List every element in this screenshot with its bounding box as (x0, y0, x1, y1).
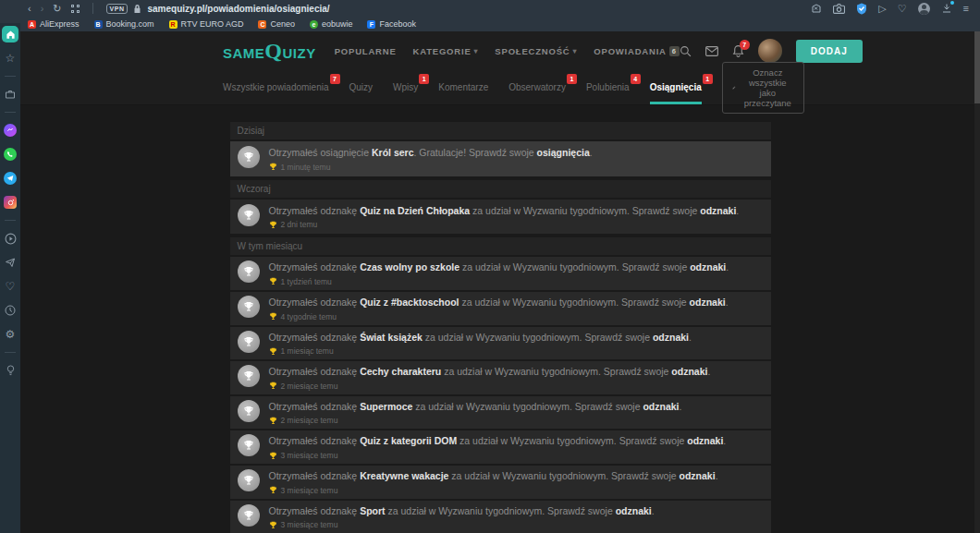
unread-count-badge: 1 (703, 74, 713, 84)
notification-link[interactable]: odznaki (653, 332, 689, 343)
user-avatar[interactable] (758, 39, 782, 63)
menu-icon[interactable]: ≡ (963, 4, 969, 14)
nav-count-badge: 6 (669, 46, 680, 56)
home-icon[interactable] (2, 26, 18, 42)
add-button[interactable]: DODAJ (796, 40, 863, 63)
nav-item[interactable]: POPULARNE (335, 46, 397, 56)
nav-item[interactable]: SPOŁECZNOŚĆ ▾ (495, 46, 577, 56)
nav-item[interactable]: KATEGORIE ▾ (413, 46, 479, 56)
notification-row[interactable]: Otrzymałeś odznakę Sport za udział w Wyz… (230, 501, 771, 533)
downloads-icon[interactable] (941, 3, 952, 14)
bookmark-favicon: e (310, 20, 318, 29)
url-text: samequizy.pl/powiadomienia/osiagniecia/ (147, 4, 329, 14)
heart-icon[interactable]: ♡ (2, 278, 18, 295)
notification-row[interactable]: Otrzymałeś odznakę Quiz z kategorii DOM … (230, 430, 771, 464)
bookmark-item[interactable]: R RTV EURO AGD (169, 19, 244, 29)
settings-gear-icon[interactable]: ⚙ (2, 326, 18, 343)
download-notification-dot (950, 1, 954, 5)
trophy-icon (269, 486, 277, 494)
page-scrollbar[interactable] (974, 31, 980, 533)
notification-row[interactable]: Otrzymałeś osiągnięcie Król serc. Gratul… (230, 141, 771, 176)
notification-time: 1 tydzień temu (281, 277, 332, 286)
notification-row[interactable]: Otrzymałeś odznakę Czas wolny po szkole … (230, 257, 771, 290)
trophy-icon (243, 210, 254, 221)
scrollbar-thumb[interactable] (974, 31, 980, 103)
notification-link[interactable]: odznaki (700, 205, 736, 216)
achievement-avatar (238, 400, 260, 422)
notification-time: 3 miesiące temu (281, 451, 338, 460)
notification-text: Otrzymałeś osiągnięcie Król serc. Gratul… (269, 147, 593, 160)
bookmark-item[interactable]: A AliExpress (28, 19, 80, 29)
divider (5, 112, 16, 113)
notification-link[interactable]: odznaki (687, 435, 723, 446)
telegram-icon[interactable] (2, 170, 18, 187)
divider (92, 3, 93, 14)
trophy-icon (269, 452, 277, 460)
whatsapp-icon[interactable] (2, 146, 18, 163)
bookmark-item[interactable]: B Booking.com (94, 19, 154, 29)
bookmark-item[interactable]: F Facebook (367, 19, 416, 29)
shield-check-icon[interactable] (856, 3, 867, 15)
star-icon[interactable]: ☆ (2, 50, 18, 67)
bookmark-item[interactable]: C Ceneo (258, 19, 295, 29)
history-icon[interactable] (2, 302, 18, 319)
notification-row[interactable]: Otrzymałeś odznakę Cechy charakteru za u… (230, 361, 771, 394)
instagram-icon[interactable] (2, 194, 18, 211)
notification-group: Dzisiaj Otrzymałeś osiągnięcie Król serc… (230, 122, 771, 176)
chevron-down-icon: ▾ (474, 47, 479, 55)
notification-link[interactable]: odznaki (616, 505, 652, 516)
player-icon[interactable] (2, 230, 18, 247)
notification-link[interactable]: odznaki (680, 470, 716, 481)
camera-icon[interactable] (833, 4, 845, 14)
briefcase-icon[interactable] (2, 86, 18, 103)
notification-tab[interactable]: Osiągnięcia 1 (650, 70, 702, 104)
browser-chrome: ‹ › ↻ VPN samequizy.pl/powiadomienia/osi… (0, 0, 980, 17)
notification-row[interactable]: Otrzymałeś odznakę Quiz na Dzień Chłopak… (230, 200, 771, 235)
notification-row[interactable]: Otrzymałeś odznakę Supermoce za udział w… (230, 396, 771, 430)
page-content: SAMEQUIZY POPULARNE KATEGORIE ▾ SPOŁECZN… (20, 31, 980, 533)
search-icon[interactable] (680, 45, 692, 57)
send-icon[interactable] (2, 254, 18, 271)
messages-icon[interactable] (705, 46, 718, 56)
achievement-avatar (238, 260, 260, 283)
samequizy-logo[interactable]: SAMEQUIZY (223, 40, 316, 62)
notification-row[interactable]: Otrzymałeś odznakę Świat książek za udzi… (230, 327, 771, 360)
notification-link[interactable]: odznaki (671, 366, 707, 377)
notification-row[interactable]: Otrzymałeś odznakę Kreatywne wakacje za … (230, 466, 771, 499)
forward-button[interactable]: › (41, 4, 44, 14)
notification-tab[interactable]: Komentarze (438, 70, 488, 104)
mark-all-read-button[interactable]: Oznacz wszystkie jako przeczytane (722, 62, 804, 114)
notification-row[interactable]: Otrzymałeś odznakę Quiz z #backtoschool … (230, 292, 771, 325)
notification-group: W tym miesiącu Otrzymałeś odznakę Czas w… (230, 237, 771, 533)
address-bar[interactable]: VPN samequizy.pl/powiadomienia/osiagniec… (106, 4, 812, 14)
tab-tiling-icon[interactable] (71, 5, 80, 13)
notification-link[interactable]: odznaki (690, 261, 726, 273)
lightbulb-icon[interactable] (2, 362, 18, 379)
notification-link[interactable]: odznaki (643, 401, 679, 412)
favorites-heart-icon[interactable]: ♡ (898, 4, 907, 14)
notification-link[interactable]: odznaki (690, 297, 726, 308)
notification-text: Otrzymałeś odznakę Quiz z kategorii DOM … (269, 435, 727, 448)
notification-tab[interactable]: Wszystkie powiadomienia 7 (223, 70, 329, 104)
bookmark-favicon: R (169, 20, 178, 29)
notification-tab[interactable]: Obserwatorzy 1 (508, 70, 566, 104)
vpn-badge[interactable]: VPN (106, 4, 129, 14)
unread-count-badge: 4 (631, 74, 641, 84)
bookmark-item[interactable]: e eobuwie (310, 19, 353, 29)
messenger-icon[interactable] (2, 122, 18, 139)
browser-sidebar: ☆ ♡ ⚙ (0, 23, 20, 533)
notification-link[interactable]: osiągnięcia (537, 147, 590, 158)
trophy-icon (243, 510, 254, 521)
notification-tab[interactable]: Wpisy 1 (393, 70, 418, 104)
browser-profile-avatar[interactable] (918, 3, 930, 15)
notification-tab[interactable]: Quizy (349, 70, 374, 104)
nav-item[interactable]: OPOWIADANIA 6 (594, 46, 679, 56)
notification-time: 1 miesiąc temu (281, 346, 334, 356)
notification-text: Otrzymałeś odznakę Kreatywne wakacje za … (269, 470, 718, 483)
snapshot-icon[interactable] (811, 3, 822, 14)
reload-button[interactable]: ↻ (53, 4, 61, 14)
notifications-bell-icon[interactable]: 7 (732, 44, 744, 57)
back-button[interactable]: ‹ (28, 4, 31, 14)
notification-tab[interactable]: Polubienia 4 (586, 70, 630, 104)
flow-send-icon[interactable]: ▷ (878, 4, 886, 14)
